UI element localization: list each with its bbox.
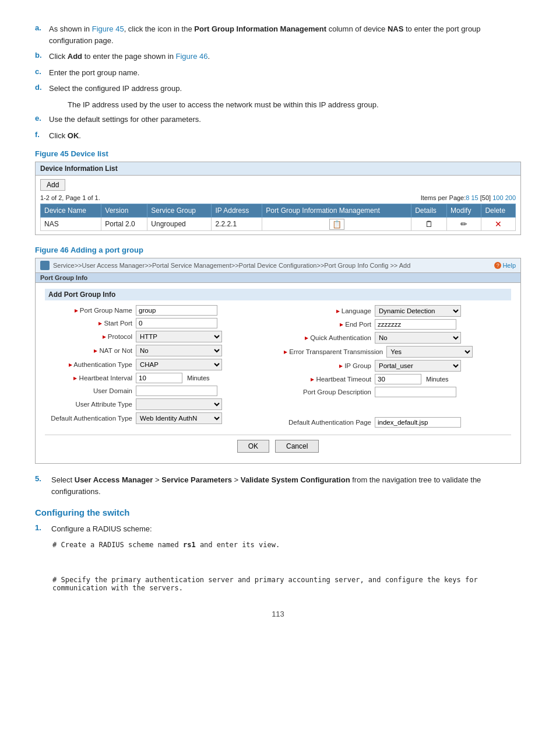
input-default-auth-page[interactable] [375,417,461,428]
delete-icon[interactable]: ✕ [495,219,502,229]
field-empty [284,400,511,415]
field-user-domain: User Domain [45,386,272,396]
input-end-port[interactable] [375,319,456,330]
input-heartbeat-interval[interactable] [136,373,182,383]
pgb-subtitle: Port Group Info [36,273,520,283]
cell-version: Portal 2.0 [101,218,147,231]
select-protocol[interactable]: HTTPHTTPS [136,331,222,342]
pgb-help-btn[interactable]: ? Help [494,262,516,269]
figure45-link[interactable]: Figure 45 [92,24,124,33]
select-nat[interactable]: NoYes [136,345,222,356]
ok-button[interactable]: OK [237,440,269,453]
select-ip-group[interactable]: Portal_user [375,360,461,372]
config-step1-code1: # Create a RADIUS scheme named rs1 and e… [52,541,521,549]
heartbeat-timeout-minutes: Minutes [426,376,449,383]
form-right: ▸ Language Dynamic Detection ▸ End Port … [284,305,511,430]
col-delete: Delete [481,204,516,218]
configuring-section-title: Configuring the switch [35,508,521,517]
cell-delete-icon[interactable]: ✕ [481,218,516,231]
items-per-page: Items per Page:8 15 [50] 100 200 [421,194,516,201]
ok-cancel-row: OK Cancel [45,435,511,457]
select-auth-type[interactable]: CHAPPAP [136,359,222,370]
figure46-box: Service>>User Access Manager>>Portal Ser… [35,258,521,464]
heartbeat-interval-minutes: Minutes [187,374,210,382]
field-start-port: ▸ Start Port [45,318,272,328]
help-label: Help [502,262,516,269]
pgb-topbar: Service>>User Access Manager>>Portal Ser… [36,258,520,273]
page-info-text: 1-2 of 2, Page 1 of 1. [40,194,100,201]
field-ip-group: ▸ IP Group Portal_user [284,360,511,372]
col-port-group-info: Port Group Information Management [262,204,411,218]
step-e: e. Use the default settings for other pa… [35,114,521,125]
add-button[interactable]: Add [40,179,65,191]
input-port-group-name[interactable] [136,305,217,316]
field-default-auth-page: Default Authentication Page [284,417,511,428]
pgb-breadcrumb: Service>>User Access Manager>>Portal Ser… [53,262,410,269]
cell-modify-icon[interactable]: ✏ [447,218,481,231]
config-step1-text: Configure a RADIUS scheme: [51,523,521,535]
input-start-port[interactable] [136,318,217,328]
field-protocol: ▸ Protocol HTTPHTTPS [45,331,272,342]
field-quick-auth: ▸ Quick Authentication NoYes [284,332,511,344]
items-8[interactable]: 8 [466,194,469,201]
select-user-attr-type[interactable] [136,398,222,410]
device-table: Device Name Version Service Group IP Add… [40,204,516,231]
select-default-auth-type[interactable]: Web Identity AuthN [136,412,222,424]
field-language: ▸ Language Dynamic Detection [284,305,511,317]
cell-details-icon[interactable]: 🗒 [411,218,447,231]
col-device-name: Device Name [41,204,101,218]
input-heartbeat-timeout[interactable] [375,374,421,384]
input-user-domain[interactable] [136,386,217,396]
field-auth-type: ▸ Authentication Type CHAPPAP [45,359,272,370]
form-container: ▸ Port Group Name ▸ Start Port ▸ Protoco… [45,305,511,430]
cell-device-name: NAS [41,218,101,231]
help-circle-icon: ? [494,262,501,269]
modify-icon[interactable]: ✏ [460,219,467,229]
cell-port-group-icon[interactable]: 📋 [262,218,411,231]
field-heartbeat-timeout: ▸ Heartbeat Timeout Minutes [284,374,511,384]
input-port-group-desc[interactable] [375,387,456,397]
items-100[interactable]: 100 [492,194,503,201]
pgb-icon [40,261,50,270]
col-ip-address: IP Address [212,204,262,218]
step-a: a. As shown in Figure 45, click the icon… [35,23,521,46]
col-modify: Modify [447,204,481,218]
items-15[interactable]: 15 [471,194,478,201]
page-info-row: 1-2 of 2, Page 1 of 1. Items per Page:8 … [40,194,516,201]
field-port-group-name: ▸ Port Group Name [45,305,272,316]
figure46-link[interactable]: Figure 46 [176,52,208,61]
device-info-content: Add 1-2 of 2, Page 1 of 1. Items per Pag… [36,176,520,235]
table-row: NAS Portal 2.0 Ungrouped 2.2.2.1 📋 🗒 ✏ ✕ [41,218,516,231]
col-version: Version [101,204,147,218]
details-icon[interactable]: 🗒 [425,219,433,229]
config-step1: 1. Configure a RADIUS scheme: [35,523,521,535]
items-50[interactable]: [50] [480,194,491,201]
config-step1-number: 1. [35,523,47,535]
step5: 5. Select User Access Manager > Service … [35,474,521,497]
step-f: f. Click OK. [35,130,521,142]
field-port-group-desc: Port Group Description [284,387,511,397]
cancel-button[interactable]: Cancel [275,440,319,453]
field-user-attr-type: User Attribute Type [45,398,272,410]
select-error-transparent[interactable]: YesNo [386,346,473,358]
cell-service-group: Ungrouped [147,218,212,231]
field-nat: ▸ NAT or Not NoYes [45,345,272,356]
items-200[interactable]: 200 [505,194,516,201]
col-details: Details [411,204,447,218]
select-quick-auth[interactable]: NoYes [375,332,461,344]
step5-number: 5. [35,474,47,497]
cell-ip: 2.2.2.1 [212,218,262,231]
figure46-title: Figure 46 Adding a port group [35,246,521,254]
field-heartbeat-interval: ▸ Heartbeat Interval Minutes [45,373,272,383]
figure45-title: Figure 45 Device list [35,149,521,158]
step5-text: Select User Access Manager > Service Par… [51,474,521,497]
select-language[interactable]: Dynamic Detection [375,305,461,317]
step-c: c. Enter the port group name. [35,67,521,79]
step-b: b. Click Add to enter the page shown in … [35,51,521,62]
form-left: ▸ Port Group Name ▸ Start Port ▸ Protoco… [45,305,272,430]
step-d-sub: The IP address used by the user to acces… [68,99,521,111]
device-info-header: Device Information List [36,162,520,176]
config-step1-code2: # Specify the primary authentication ser… [52,576,521,592]
table-header-row: Device Name Version Service Group IP Add… [41,204,516,218]
port-group-config-icon[interactable]: 📋 [329,219,344,230]
